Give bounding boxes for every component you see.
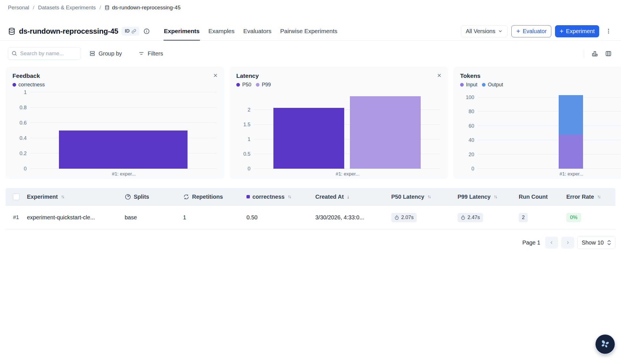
y-axis-tick-label: 20 <box>460 151 474 157</box>
bars-group <box>30 92 216 169</box>
column-header-splits: Splits <box>125 194 183 200</box>
page-size-select[interactable]: Show 10 <box>577 236 615 249</box>
stopwatch-icon <box>461 215 465 220</box>
charts-row: Feedback correctness 00.20.40.60.81 #1: … <box>6 67 621 179</box>
stacked-bar <box>559 92 583 169</box>
correctness-cell: 0.50 <box>246 214 315 221</box>
divider <box>584 50 584 57</box>
experiment-name-cell[interactable]: experiment-quickstart-cle... <box>27 214 125 221</box>
header-divider <box>0 40 621 41</box>
y-axis-tick-label: 1 <box>236 136 250 142</box>
repeat-icon <box>183 194 190 200</box>
close-icon[interactable] <box>211 71 220 80</box>
group-by-button[interactable]: Group by <box>84 47 127 60</box>
y-axis-tick-label: 1 <box>12 89 27 95</box>
legend-item: correctness <box>12 82 45 88</box>
comet-logo-icon <box>599 339 611 350</box>
page-title: ds-rundown-reprocessing-45 <box>19 27 118 36</box>
breadcrumb-separator: / <box>33 5 34 11</box>
chart-legend: P50P99 <box>236 82 441 88</box>
page-header: ds-rundown-reprocessing-45 ID Experiment… <box>8 22 614 41</box>
chart-title: Latency <box>236 72 441 79</box>
legend-dot-icon <box>482 83 486 87</box>
bar-chart-icon <box>591 50 598 57</box>
y-axis-tick-label: 40 <box>460 137 474 143</box>
search-input[interactable] <box>8 47 81 60</box>
y-axis-tick-label: 0.5 <box>236 151 250 157</box>
plus-icon: + <box>516 28 520 35</box>
run-count-cell: 2 <box>519 213 566 222</box>
kebab-icon <box>605 28 612 34</box>
column-header-p50-latency[interactable]: P50 Latency ↑↓ <box>391 194 458 200</box>
chart-x-axis-label: #1: exper... <box>478 171 621 177</box>
created-at-cell: 3/30/2026, 4:33:0... <box>315 214 391 221</box>
sort-icon: ↑↓ <box>428 194 430 199</box>
group-by-icon <box>89 50 95 57</box>
link-icon <box>131 29 136 34</box>
column-header-p99-latency[interactable]: P99 Latency ↑↓ <box>458 194 519 200</box>
y-axis-tick-label: 0 <box>236 166 250 172</box>
tab-experiments[interactable]: Experiments <box>163 22 200 41</box>
search-icon <box>11 50 17 56</box>
bars-group <box>254 92 440 169</box>
tab-examples[interactable]: Examples <box>208 22 235 41</box>
error-rate-cell: 0% <box>566 213 615 222</box>
table-row[interactable]: #1 experiment-quickstart-cle... base 1 0… <box>6 206 615 229</box>
breadcrumb: Personal / Datasets & Experiments / ds-r… <box>8 5 180 11</box>
filter-icon <box>138 50 144 57</box>
p50-latency-cell: 2.07s <box>391 213 458 222</box>
y-axis-tick-label: 0 <box>460 166 474 172</box>
tab-pairwise-experiments[interactable]: Pairwise Experiments <box>280 22 338 41</box>
manage-columns-button[interactable] <box>602 48 614 59</box>
tab-bar: Experiments Examples Evaluators Pairwise… <box>163 22 337 41</box>
row-index: #1 <box>6 214 27 220</box>
chart-x-axis-label: #1: exper... <box>30 171 218 177</box>
legend-dot-icon <box>460 83 464 87</box>
select-all-checkbox[interactable] <box>13 194 20 200</box>
column-header-created-at[interactable]: Created At ↓ <box>315 194 391 200</box>
column-header-correctness[interactable]: correctness ↑↓ <box>246 194 315 200</box>
help-widget-button[interactable] <box>596 335 615 354</box>
splits-cell: base <box>125 214 183 221</box>
page-indicator: Page 1 <box>522 239 540 246</box>
y-axis-tick-label: 1.5 <box>236 122 250 128</box>
next-page-button[interactable] <box>561 237 574 249</box>
add-experiment-button[interactable]: + Experiment <box>555 25 599 37</box>
title-group: ds-rundown-reprocessing-45 ID <box>8 27 150 36</box>
sort-icon: ↑↓ <box>494 194 497 199</box>
chevron-left-icon <box>549 240 554 245</box>
chart-plot: 00.20.40.60.81 <box>12 92 218 169</box>
sort-icon: ↑↓ <box>597 194 600 199</box>
breadcrumb-datasets[interactable]: Datasets & Experiments <box>38 5 96 11</box>
previous-page-button[interactable] <box>545 237 558 249</box>
more-options-button[interactable] <box>603 25 614 37</box>
tokens-chart-card: Tokens InputOutput 020406080100 #1: expe… <box>453 67 621 179</box>
close-icon[interactable] <box>435 71 444 80</box>
bars-group <box>478 92 621 169</box>
y-axis-tick-label: 0 <box>12 166 27 172</box>
chart-plot: 00.511.52 <box>236 92 441 169</box>
database-icon <box>105 5 110 10</box>
info-icon[interactable] <box>143 28 150 35</box>
toggle-charts-button[interactable] <box>589 48 601 59</box>
all-versions-dropdown[interactable]: All Versions <box>461 25 508 37</box>
status-badge: 0% <box>566 213 581 222</box>
latency-chart-card: Latency P50P99 00.511.52 #1: exper... <box>229 67 448 179</box>
legend-item: P99 <box>256 82 271 88</box>
stopwatch-icon <box>394 215 399 220</box>
id-badge[interactable]: ID <box>122 27 139 36</box>
toolbar: Group by Filters <box>8 47 614 60</box>
filters-button[interactable]: Filters <box>133 47 168 60</box>
add-evaluator-button[interactable]: + Evaluator <box>511 25 551 37</box>
legend-dot-icon <box>236 83 240 87</box>
chart-legend: correctness <box>12 82 218 88</box>
column-header-experiment[interactable]: Experiment ↑↓ <box>27 194 125 200</box>
column-header-run-count: Run Count <box>519 194 566 200</box>
tab-evaluators[interactable]: Evaluators <box>243 22 272 41</box>
column-header-error-rate[interactable]: Error Rate ↑↓ <box>566 194 615 200</box>
sort-icon: ↑↓ <box>61 194 64 199</box>
breadcrumb-personal[interactable]: Personal <box>8 5 29 11</box>
column-header-repetitions: Repetitions <box>183 194 246 200</box>
toolbar-right <box>584 48 614 59</box>
database-icon <box>8 27 16 35</box>
